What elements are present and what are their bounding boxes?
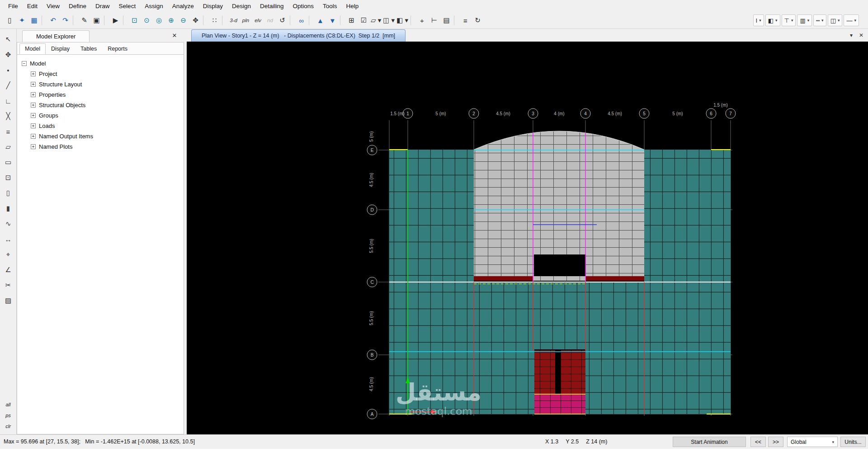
menu-item[interactable]: View — [42, 0, 64, 12]
shrink-toggle-icon[interactable]: ☑ — [358, 14, 370, 27]
views-dropdown[interactable]: ◫ ▾ — [828, 14, 843, 26]
save-model-icon[interactable]: ▦ — [28, 14, 40, 27]
toolbar-separator[interactable] — [454, 15, 458, 25]
next-step-button[interactable]: >> — [768, 437, 783, 447]
clear-selection-button[interactable]: clr — [1, 421, 15, 431]
elevation-view-icon[interactable]: elv — [252, 14, 264, 27]
reshape-object-icon[interactable]: ✥ — [1, 48, 15, 61]
toolbar-separator[interactable] — [104, 15, 108, 25]
previous-selection-button[interactable]: ps — [1, 410, 15, 420]
run-analysis-icon[interactable]: ▶ — [109, 14, 122, 27]
undo-icon[interactable]: ↶ — [47, 14, 59, 27]
chevron-down-icon[interactable]: ▾ — [850, 32, 853, 38]
slab-sections-dropdown[interactable]: ▥ ▾ — [797, 14, 812, 26]
model-explorer-title[interactable]: Model Explorer — [22, 30, 90, 42]
units-button[interactable]: Units... — [840, 437, 866, 447]
coordinate-system-dropdown[interactable]: Global ▾ — [787, 437, 838, 447]
tab-display[interactable]: Display — [46, 43, 75, 54]
quick-draw-wall-icon[interactable]: ▮ — [1, 202, 15, 215]
view-type-dropdown-icon[interactable]: ▱ ▾ — [370, 14, 382, 27]
zoom-out-icon[interactable]: ⊖ — [177, 14, 189, 27]
section-cut-icon[interactable]: ✂ — [1, 278, 15, 292]
named-display-icon[interactable]: nd — [264, 14, 276, 27]
draw-cladding-icon[interactable]: ▨ — [1, 294, 15, 307]
measure-tool-icon[interactable]: ∠ — [1, 263, 15, 277]
expand-icon[interactable]: + — [31, 82, 36, 87]
close-view-icon[interactable]: ✕ — [859, 32, 863, 38]
expand-icon[interactable]: + — [31, 144, 36, 149]
menu-item[interactable]: Display — [198, 0, 227, 12]
menu-item[interactable]: Options — [288, 0, 319, 12]
draw-link-icon[interactable]: ∿ — [1, 217, 15, 231]
tab-model[interactable]: Model — [19, 43, 46, 54]
expand-icon[interactable]: + — [31, 71, 36, 76]
toolbar-separator[interactable] — [340, 15, 344, 25]
wall-sections-dropdown[interactable]: ◧ ▾ — [765, 14, 780, 26]
supports-dropdown[interactable]: ⊤ ▾ — [782, 14, 796, 26]
section-cube-dropdown-icon[interactable]: ◧ ▾ — [396, 14, 409, 27]
story-list-icon[interactable]: ≡ — [459, 14, 472, 27]
expand-icon[interactable]: + — [31, 113, 36, 118]
menu-item[interactable]: Help — [342, 0, 363, 12]
zoom-in-icon[interactable]: ⊕ — [165, 14, 177, 27]
move-up-story-icon[interactable]: ▲ — [314, 14, 326, 27]
toolbar-separator[interactable] — [410, 15, 415, 25]
plan-view-icon[interactable]: pln — [240, 14, 252, 27]
tree-item[interactable]: + Properties — [31, 89, 184, 100]
open-model-icon[interactable]: ✦ — [16, 14, 28, 27]
frame-sections-dropdown[interactable]: I ▾ — [753, 14, 764, 26]
tree-item[interactable]: + Loads — [31, 121, 184, 131]
menu-item[interactable]: Define — [64, 0, 91, 12]
tree-item[interactable]: + Named Output Items — [31, 131, 184, 141]
snap-options-icon[interactable]: ∷ — [208, 14, 221, 27]
menu-item[interactable]: Design — [227, 0, 255, 12]
draw-frame-icon[interactable]: ╱ — [1, 79, 15, 92]
left-toolbar-spacer[interactable] — [1, 309, 15, 398]
menu-item[interactable]: Select — [114, 0, 141, 12]
menu-item[interactable]: Detailing — [255, 0, 288, 12]
toolbar-separator[interactable] — [309, 15, 313, 25]
toolbar-separator[interactable] — [222, 15, 226, 25]
assign-frame-icon[interactable]: ⊢ — [428, 14, 440, 27]
rotate-view-icon[interactable]: ↺ — [276, 14, 288, 27]
tree-item[interactable]: + Structural Objects — [31, 100, 184, 110]
edit-pencil-icon[interactable]: ✎ — [78, 14, 90, 27]
tree-item[interactable]: + Named Plots — [31, 141, 184, 152]
menu-item[interactable]: Draw — [91, 0, 114, 12]
menu-item[interactable]: Tools — [318, 0, 342, 12]
draw-options-dropdown[interactable]: — ▾ — [844, 14, 859, 26]
select-pointer-icon[interactable]: ↖ — [1, 33, 15, 46]
tree-item[interactable]: + Structure Layout — [31, 79, 184, 89]
draw-floor-area-icon[interactable]: ▱ — [1, 140, 15, 154]
start-animation-button[interactable]: Start Animation — [673, 437, 746, 447]
rubber-band-zoom-icon[interactable]: ⊡ — [128, 14, 141, 27]
select-all-button[interactable]: all — [1, 400, 15, 410]
plan-view-canvas[interactable]: 1 2 3 4 5 6 7 E D C B A — [187, 42, 868, 434]
move-down-story-icon[interactable]: ▼ — [326, 14, 339, 27]
expand-icon[interactable]: + — [31, 134, 36, 139]
menu-item[interactable]: Analyze — [168, 0, 198, 12]
assign-shell-icon[interactable]: ▤ — [440, 14, 453, 27]
menu-item[interactable]: File — [4, 0, 23, 12]
quick-draw-braces-icon[interactable]: ╳ — [1, 109, 15, 123]
expand-icon[interactable]: + — [31, 92, 36, 97]
refresh-window-icon[interactable]: ↻ — [472, 14, 484, 27]
tree-item[interactable]: + Project — [31, 69, 184, 79]
previous-step-button[interactable]: << — [750, 437, 766, 447]
new-model-icon[interactable]: ▯ — [4, 14, 16, 27]
collapse-icon[interactable]: − — [22, 61, 27, 66]
draw-reference-point-icon[interactable]: ⌖ — [1, 248, 15, 261]
draw-wall-icon[interactable]: ▯ — [1, 186, 15, 200]
pan-icon[interactable]: ✥ — [189, 14, 202, 27]
object-cube-dropdown-icon[interactable]: ◫ ▾ — [382, 14, 396, 27]
quick-draw-area-icon[interactable]: ⊡ — [1, 171, 15, 184]
toolbar-separator[interactable] — [73, 15, 77, 25]
tab-reports[interactable]: Reports — [102, 43, 133, 54]
draw-joint-icon[interactable]: • — [1, 63, 15, 77]
line-pattern-dropdown[interactable]: ┅ ▾ — [813, 14, 826, 26]
plan-view-tab[interactable]: Plan View - Story1 - Z = 14 (m) - Displa… — [191, 29, 406, 42]
assign-joint-icon[interactable]: + — [416, 14, 428, 27]
menu-item[interactable]: Edit — [23, 0, 42, 12]
menu-item[interactable]: Assign — [140, 0, 168, 12]
expand-icon[interactable]: + — [31, 123, 36, 128]
